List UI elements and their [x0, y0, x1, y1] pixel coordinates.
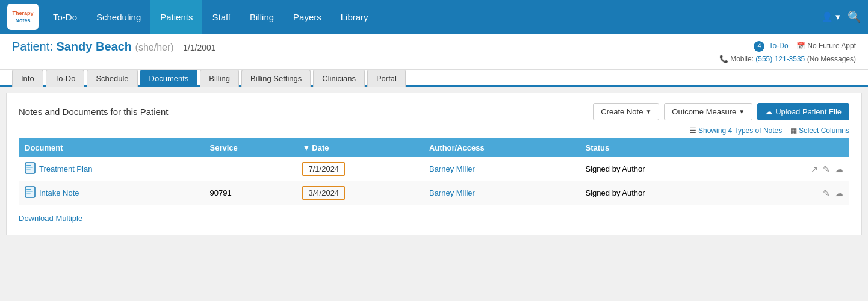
table-row: Intake Note 90791 3/4/2024 Barney Miller… [19, 181, 849, 205]
download-multiple-link[interactable]: Download Multiple [19, 211, 82, 225]
col-author: Author/Access [423, 138, 580, 157]
svg-rect-0 [25, 163, 35, 173]
nav-item-library[interactable]: Library [331, 0, 378, 34]
user-menu[interactable]: 👤 ▾ [822, 11, 840, 22]
sub-header: ☰ Showing 4 Types of Notes ▦ Select Colu… [19, 126, 849, 135]
nav-item-billing[interactable]: Billing [240, 0, 284, 34]
date-cell-2: 3/4/2024 [296, 181, 423, 205]
nav-item-patients[interactable]: Patients [150, 0, 202, 34]
date-value-2: 3/4/2024 [302, 186, 345, 200]
doc-file-icon [25, 162, 36, 176]
author-link-2[interactable]: Barney Miller [429, 188, 475, 197]
download-icon[interactable]: ☁ [835, 164, 843, 174]
doc-name-cell: Treatment Plan [19, 157, 204, 181]
documents-content: Notes and Documents for this Patient Cre… [6, 93, 862, 235]
share-icon[interactable]: ↗ [811, 164, 818, 174]
author-link-1[interactable]: Barney Miller [429, 164, 475, 173]
patient-header: Patient: Sandy Beach (she/her) 1/1/2001 … [0, 34, 868, 70]
user-caret: ▾ [835, 11, 840, 22]
table-header-row: Document Service ▼Date Author/Access Sta… [19, 138, 849, 157]
patient-info: Patient: Sandy Beach (she/her) 1/1/2001 [12, 40, 216, 54]
treatment-plan-link[interactable]: Treatment Plan [25, 162, 198, 176]
nav-item-payers[interactable]: Payers [284, 0, 331, 34]
svg-rect-1 [26, 165, 31, 166]
sort-icon: ▼ [302, 143, 310, 152]
tab-billing[interactable]: Billing [200, 70, 239, 87]
status-cell-2: Signed by Author [580, 181, 746, 205]
col-date: ▼Date [296, 138, 423, 157]
tab-schedule[interactable]: Schedule [87, 70, 137, 87]
row-actions-1: ↗ ✎ ☁ [752, 164, 843, 174]
svg-rect-2 [26, 167, 33, 168]
svg-rect-5 [26, 189, 31, 190]
todo-meta-row: 4 To-Do 📅 No Future Appt [719, 40, 856, 53]
service-cell-2: 90791 [204, 181, 297, 205]
nav-menu: To-Do Scheduling Patients Staff Billing … [43, 0, 822, 34]
svg-rect-4 [25, 187, 35, 197]
tab-clinicians[interactable]: Clinicians [313, 70, 365, 87]
tab-billing-settings[interactable]: Billing Settings [241, 70, 311, 87]
search-button[interactable]: 🔍 [848, 10, 861, 23]
actions-cell-2: ✎ ☁ [746, 181, 849, 205]
upload-icon: ☁ [765, 107, 773, 116]
navbar: Therapy Notes To-Do Scheduling Patients … [0, 0, 868, 34]
tab-info[interactable]: Info [12, 70, 43, 87]
columns-icon: ▦ [790, 126, 797, 135]
patient-meta: 4 To-Do 📅 No Future Appt 📞 Mobile: (555)… [719, 40, 856, 66]
doc-file-icon [25, 186, 36, 200]
outcome-caret: ▼ [739, 108, 745, 115]
nav-item-todo[interactable]: To-Do [43, 0, 87, 34]
phone-meta-row: 📞 Mobile: (555) 121-3535 (No Messages) [719, 53, 856, 66]
content-header: Notes and Documents for this Patient Cre… [19, 103, 849, 120]
tab-portal[interactable]: Portal [367, 70, 406, 87]
patient-name: Patient: Sandy Beach (she/her) 1/1/2001 [12, 40, 216, 53]
tab-todo[interactable]: To-Do [46, 70, 85, 87]
upload-patient-file-button[interactable]: ☁ Upload Patient File [757, 103, 849, 120]
nav-right-actions: 👤 ▾ 🔍 [822, 10, 861, 23]
nav-item-scheduling[interactable]: Scheduling [87, 0, 150, 34]
author-cell-1: Barney Miller [423, 157, 580, 181]
date-value-1: 7/1/2024 [302, 162, 345, 176]
col-document: Document [19, 138, 204, 157]
svg-rect-6 [26, 191, 33, 192]
select-columns-link[interactable]: Select Columns [799, 126, 849, 135]
showing-notes-link[interactable]: Showing 4 Types of Notes [698, 126, 782, 135]
col-status: Status [580, 138, 746, 157]
showing-notes-icon: ☰ [690, 126, 696, 135]
download-icon-2[interactable]: ☁ [835, 188, 843, 198]
phone-link[interactable]: (555) 121-3535 [755, 55, 805, 63]
tabs-bar: Info To-Do Schedule Documents Billing Bi… [0, 70, 868, 87]
intake-note-link[interactable]: Intake Note [25, 186, 198, 200]
app-logo[interactable]: Therapy Notes [7, 4, 39, 30]
svg-rect-3 [26, 169, 31, 170]
service-cell-1 [204, 157, 297, 181]
edit-icon-2[interactable]: ✎ [823, 188, 830, 198]
doc-name-cell: Intake Note [19, 181, 204, 205]
date-cell-1: 7/1/2024 [296, 157, 423, 181]
actions-cell-1: ↗ ✎ ☁ [746, 157, 849, 181]
documents-table: Document Service ▼Date Author/Access Sta… [19, 138, 849, 205]
col-service: Service [204, 138, 297, 157]
user-icon: 👤 [822, 11, 833, 22]
create-note-button[interactable]: Create Note ▼ [593, 103, 659, 120]
col-actions [746, 138, 849, 157]
action-buttons: Create Note ▼ Outcome Measure ▼ ☁ Upload… [593, 103, 849, 120]
create-note-caret: ▼ [645, 108, 651, 115]
calendar-icon: 📅 [796, 42, 805, 50]
todo-badge: 4 [754, 41, 764, 52]
nav-item-staff[interactable]: Staff [202, 0, 240, 34]
author-cell-2: Barney Miller [423, 181, 580, 205]
tab-documents[interactable]: Documents [140, 70, 198, 87]
table-row: Treatment Plan 7/1/2024 Barney Miller Si… [19, 157, 849, 181]
phone-icon: 📞 [719, 55, 728, 63]
svg-rect-7 [26, 193, 31, 194]
todo-link[interactable]: To-Do [769, 42, 789, 50]
status-cell-1: Signed by Author [580, 157, 746, 181]
outcome-measure-button[interactable]: Outcome Measure ▼ [664, 103, 752, 120]
row-actions-2: ✎ ☁ [752, 188, 843, 198]
edit-icon[interactable]: ✎ [823, 164, 830, 174]
content-title: Notes and Documents for this Patient [19, 107, 168, 117]
